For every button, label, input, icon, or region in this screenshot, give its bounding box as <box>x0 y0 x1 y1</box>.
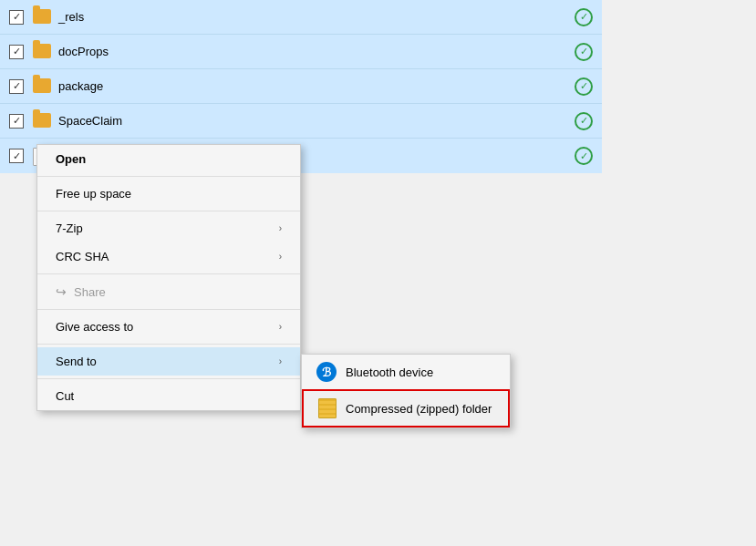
submenu-item-label: Bluetooth device <box>346 366 433 379</box>
menu-item-label: Open <box>56 152 86 166</box>
menu-item-giveaccess[interactable]: Give access to› <box>37 313 300 341</box>
menu-divider <box>37 309 300 310</box>
context-menu: OpenFree up space7-Zip›CRC SHA›↪ShareGiv… <box>36 144 301 411</box>
folder-icon <box>33 9 51 24</box>
folder-icon <box>33 44 51 58</box>
menu-item-label: ↪Share <box>56 284 106 299</box>
file-row[interactable]: SpaceClaim✓ <box>0 104 602 139</box>
file-name: SpaceClaim <box>58 114 575 128</box>
menu-item-freeup[interactable]: Free up space <box>37 180 300 208</box>
menu-item-label: Cut <box>56 389 74 403</box>
file-checkbox[interactable] <box>9 45 24 59</box>
file-row[interactable]: docProps✓ <box>0 35 602 69</box>
bluetooth-icon: ℬ <box>316 362 337 382</box>
menu-item-label: Give access to <box>56 320 133 334</box>
chevron-right-icon: › <box>279 252 282 262</box>
menu-divider <box>37 211 300 211</box>
menu-item-label: Free up space <box>56 187 131 201</box>
menu-item-7zip[interactable]: 7-Zip› <box>37 214 300 242</box>
file-row[interactable]: package✓ <box>0 69 602 104</box>
folder-icon <box>33 78 51 93</box>
check-circle-icon: ✓ <box>575 8 593 26</box>
file-checkbox[interactable] <box>9 79 24 94</box>
zip-folder-icon <box>318 398 337 418</box>
file-name: _rels <box>58 10 575 24</box>
file-checkbox[interactable] <box>9 114 24 129</box>
file-checkbox[interactable] <box>9 149 24 163</box>
menu-item-share[interactable]: ↪Share <box>37 277 300 306</box>
menu-item-open[interactable]: Open <box>37 145 300 173</box>
menu-divider <box>37 378 300 379</box>
check-circle-icon: ✓ <box>575 112 593 130</box>
check-circle-icon: ✓ <box>575 147 593 165</box>
file-name: package <box>58 79 575 93</box>
menu-item-sendto[interactable]: Send to› <box>37 347 300 376</box>
menu-item-crcsha[interactable]: CRC SHA› <box>37 242 300 271</box>
chevron-right-icon: › <box>279 223 282 233</box>
file-checkbox[interactable] <box>9 10 24 25</box>
chevron-right-icon: › <box>279 322 282 332</box>
share-icon: ↪ <box>56 284 67 299</box>
submenu-send-to: ℬBluetooth deviceCompressed (zipped) fol… <box>301 354 511 428</box>
chevron-right-icon: › <box>279 356 282 366</box>
submenu-item-bluetooth[interactable]: ℬBluetooth device <box>302 355 510 389</box>
menu-item-cut[interactable]: Cut <box>37 382 300 410</box>
menu-divider <box>37 273 300 274</box>
submenu-item-zipfolder[interactable]: Compressed (zipped) folder <box>302 389 510 428</box>
folder-icon <box>33 113 51 128</box>
file-name: docProps <box>58 45 575 58</box>
check-circle-icon: ✓ <box>575 43 593 61</box>
menu-item-label: CRC SHA <box>56 250 109 263</box>
menu-divider <box>37 344 300 345</box>
menu-item-label: Send to <box>56 355 97 368</box>
check-circle-icon: ✓ <box>575 77 593 96</box>
submenu-item-label: Compressed (zipped) folder <box>346 402 492 416</box>
menu-divider <box>37 176 300 177</box>
file-row[interactable]: _rels✓ <box>0 0 602 35</box>
menu-item-label: 7-Zip <box>56 221 83 235</box>
